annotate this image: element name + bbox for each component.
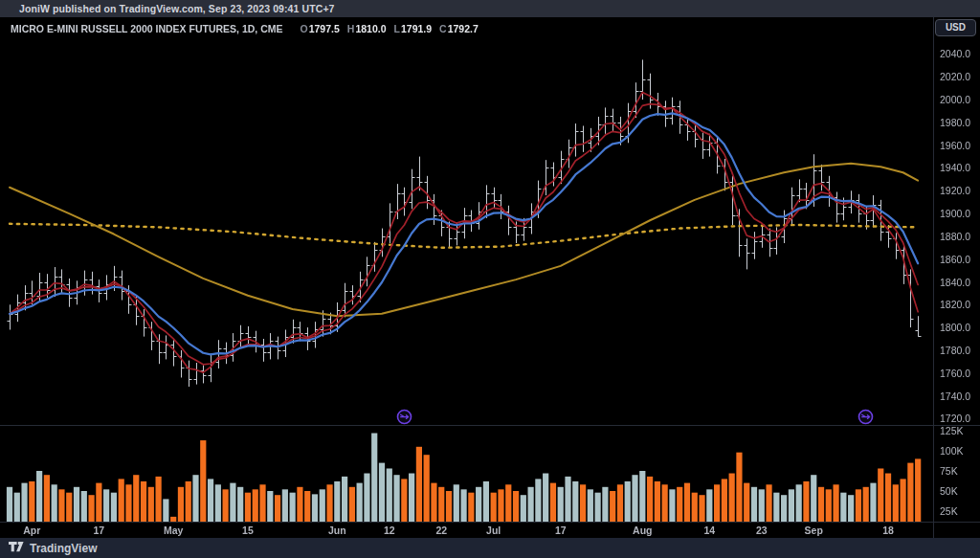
tradingview-logo-icon[interactable] [9,542,24,554]
tradingview-wordmark[interactable]: TradingView [30,542,97,555]
price-tick-label: 1720.0 [940,413,970,424]
time-tick-label: 17 [94,525,105,536]
price-tick-label: 1960.0 [940,141,970,151]
price-tick-label: 1780.0 [940,346,970,356]
high-value: 1810.0 [355,23,386,34]
time-tick-label: 14 [703,525,715,536]
tradingview-published-chart: JoniW published on TradingView.com, Sep … [0,0,980,558]
volume-tick-label: 50K [940,486,958,497]
footer-bar: TradingView [0,538,980,558]
time-tick-label: 15 [242,525,254,536]
price-tick-label: 1880.0 [940,232,970,242]
pane-divider [0,425,980,426]
volume-tick-label: 125K [940,426,964,436]
price-tick-label: 1800.0 [940,323,970,333]
open-value: 1797.5 [309,23,340,34]
price-tick-label: 1900.0 [940,209,970,219]
time-tick-label: Sep [805,525,823,536]
symbol-title: MICRO E-MINI RUSSELL 2000 INDEX FUTURES,… [11,23,283,34]
attribution-text: JoniW published on TradingView.com, Sep … [19,3,335,14]
price-tick-label: 2040.0 [940,49,970,59]
price-tick-label: 1980.0 [940,118,970,128]
low-label: L [394,23,400,34]
price-chart-canvas[interactable] [0,17,980,538]
volume-tick-label: 100K [940,446,964,457]
price-tick-label: 1820.0 [940,300,970,310]
time-tick-label: Aug [633,525,652,536]
time-tick-label: 23 [756,525,768,536]
price-scale-divider [933,17,934,538]
chart-area: MICRO E-MINI RUSSELL 2000 INDEX FUTURES,… [0,17,980,538]
price-tick-label: 1860.0 [940,255,970,265]
price-tick-label: 1840.0 [940,278,970,288]
time-axis-divider [0,522,980,523]
time-tick-label: Jul [486,525,501,536]
price-tick-label: 1760.0 [940,368,970,379]
volume-tick-label: 75K [940,466,958,477]
time-tick-label: 17 [555,525,567,536]
time-tick-label: May [164,525,183,536]
open-label: O [301,23,308,34]
close-value: 1792.7 [448,23,479,34]
symbol-legend: MICRO E-MINI RUSSELL 2000 INDEX FUTURES,… [11,21,479,35]
time-tick-label: 12 [384,525,395,536]
time-tick-label: Jun [328,525,346,536]
price-tick-label: 2000.0 [940,95,970,105]
time-tick-label: 18 [882,525,894,536]
low-value: 1791.9 [401,23,432,34]
currency-toggle-button[interactable]: USD [935,19,976,36]
volume-tick-label: 25K [940,506,958,517]
attribution-bar: JoniW published on TradingView.com, Sep … [0,0,980,17]
price-tick-label: 2020.0 [940,72,970,82]
time-tick-label: 22 [435,525,447,536]
contract-rollover-icon[interactable] [858,409,874,425]
price-tick-label: 1740.0 [940,391,970,402]
price-tick-label: 1920.0 [940,186,970,196]
high-label: H [347,23,355,34]
close-label: C [439,23,447,34]
contract-rollover-icon[interactable] [396,409,412,425]
time-tick-label: Apr [23,525,40,536]
price-tick-label: 1940.0 [940,163,970,173]
